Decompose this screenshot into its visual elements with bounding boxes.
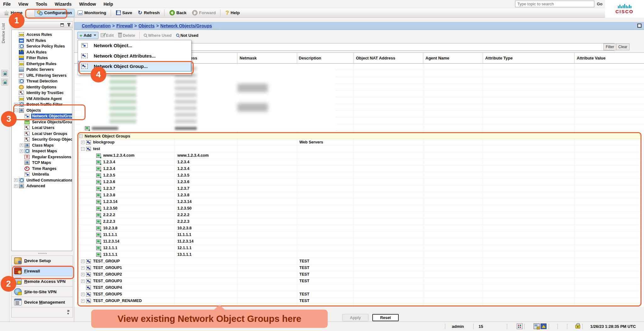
monitoring-button[interactable]: Monitoring: [75, 9, 109, 17]
nav-overflow-bar[interactable]: » ▾: [11, 307, 73, 317]
tree-item[interactable]: Class Maps: [12, 143, 72, 149]
tree-expand-toggle[interactable]: [14, 178, 18, 182]
add-menu-item[interactable]: Network Object Attributes...: [78, 51, 191, 61]
tree-expand-toggle[interactable]: [14, 109, 18, 112]
menu-item[interactable]: Help: [100, 0, 117, 8]
tree-item[interactable]: VM Attribute Agent: [12, 96, 72, 102]
tree-item[interactable]: Network Objects/Groups: [12, 113, 72, 119]
object-row[interactable]: 1.2.3.5 1.2.3.5: [77, 172, 641, 179]
object-row[interactable]: blockgroup Web Servers: [77, 139, 641, 146]
column-header-object-nat-address[interactable]: Object NAT Address: [356, 56, 395, 60]
object-row[interactable]: 10.2.3.8 10.2.3.8: [77, 225, 641, 232]
maximize-panel-icon[interactable]: [637, 24, 641, 28]
forward-button[interactable]: Forward: [190, 9, 218, 17]
object-row[interactable]: TEST_GROUP_RENAMED TEST: [77, 298, 641, 304]
unsaved-changes-icon[interactable]: [541, 323, 547, 329]
tree-item[interactable]: TCP Maps: [12, 160, 72, 166]
object-row[interactable]: TEST_GROUP TEST: [77, 258, 641, 265]
object-row[interactable]: 1.2.3.14 1.2.3.14: [77, 199, 641, 205]
feature-nav-button[interactable]: Remote Access VPN: [11, 276, 73, 287]
tree-item[interactable]: Service Objects/Groups: [12, 119, 72, 125]
tree-item[interactable]: URL Filtering Servers: [12, 73, 72, 79]
breadcrumb-link[interactable]: Network Objects/Groups: [160, 23, 212, 28]
breadcrumb-link[interactable]: Firewall: [116, 23, 133, 28]
tree-item[interactable]: Local Users: [12, 125, 72, 131]
feature-nav-button[interactable]: Device Setup: [11, 255, 73, 266]
tree-item[interactable]: NAT Rules: [12, 38, 72, 44]
object-row[interactable]: 2.2.2.3 2.2.2.3: [77, 218, 641, 225]
object-row[interactable]: TEST_GROUP3 TEST: [77, 278, 641, 284]
row-expand-toggle[interactable]: [81, 147, 85, 151]
column-header-netmask[interactable]: Netmask: [240, 56, 257, 60]
refresh-button[interactable]: ↻ Refresh: [135, 9, 162, 17]
tree-item[interactable]: Local User Groups: [12, 131, 72, 137]
tree-item[interactable]: Service Policy Rules: [12, 43, 72, 49]
object-row[interactable]: 11.2.3.14 11.2.3.14: [77, 238, 641, 245]
configuration-button[interactable]: Configuration: [35, 9, 75, 17]
back-button[interactable]: Back: [167, 9, 189, 17]
column-header-attribute-type[interactable]: Attribute Type: [485, 56, 513, 60]
menu-item[interactable]: Window: [75, 0, 100, 8]
breadcrumb-link[interactable]: Configuration: [82, 23, 111, 28]
reset-button[interactable]: Reset: [372, 314, 399, 321]
tree-item[interactable]: Security Group Object Groups: [12, 137, 72, 143]
row-expand-toggle[interactable]: [81, 279, 85, 283]
object-row[interactable]: test: [77, 146, 641, 152]
help-button[interactable]: ? Help: [223, 9, 242, 17]
object-row[interactable]: 1.2.3.7 1.2.3.7: [77, 185, 641, 192]
tree-item[interactable]: Access Rules: [12, 32, 72, 38]
search-go-button[interactable]: Go: [597, 2, 602, 6]
clear-button[interactable]: Clear: [616, 43, 630, 50]
device-list-view-button-2[interactable]: [1, 79, 8, 86]
object-row[interactable]: 11.1.1.1 11.1.1.1: [77, 232, 641, 238]
row-expand-toggle[interactable]: [81, 293, 85, 296]
menu-item[interactable]: Tools: [32, 0, 51, 8]
tree-expand-toggle[interactable]: [20, 143, 23, 147]
column-header-attribute-value[interactable]: Attribute Value: [577, 56, 606, 60]
add-button[interactable]: + Add: [77, 32, 98, 39]
float-panel-icon[interactable]: [60, 23, 64, 26]
object-row[interactable]: 1.2.3.8 1.2.3.8: [77, 192, 641, 199]
device-list-tab[interactable]: Device List: [1, 23, 6, 43]
section-header-row[interactable]: Network Object Groups: [77, 133, 641, 139]
edit-button[interactable]: Edit: [98, 32, 116, 39]
tree-item[interactable]: Regular Expressions: [12, 154, 72, 160]
menu-item[interactable]: View: [14, 0, 32, 8]
tree-item[interactable]: Objects: [12, 108, 72, 114]
row-expand-toggle[interactable]: [81, 141, 85, 144]
object-row[interactable]: TEST_GROUP2 TEST: [77, 271, 641, 278]
feature-nav-button[interactable]: Device Management: [11, 297, 73, 307]
filter-button[interactable]: Filter: [603, 43, 616, 50]
tree-expand-toggle[interactable]: [14, 103, 18, 106]
menu-item[interactable]: Wizards: [51, 0, 75, 8]
save-button[interactable]: Save: [114, 9, 135, 17]
tree-item[interactable]: Ethertype Rules: [12, 61, 72, 67]
feature-nav-button[interactable]: Site-to-Site VPN: [11, 287, 73, 297]
object-row[interactable]: TEST_GROUP4: [77, 284, 641, 291]
column-header-agent-name[interactable]: Agent Name: [425, 56, 449, 60]
object-row[interactable]: TEST_GROUP5 TEST: [77, 291, 641, 298]
menu-item[interactable]: File: [0, 0, 14, 8]
device-list-view-button[interactable]: [1, 70, 8, 77]
tree-expand-toggle[interactable]: [14, 184, 18, 188]
object-row[interactable]: 1.2.3.4 1.2.3.4: [77, 166, 641, 172]
apply-button[interactable]: Apply: [342, 314, 369, 321]
tree-item[interactable]: Unified Communications: [12, 177, 72, 183]
tree-item[interactable]: Identity by TrustSec: [12, 90, 72, 96]
object-row[interactable]: 12.1.1.1 12.1.1.1: [77, 245, 641, 251]
tree-item[interactable]: Threat Detection: [12, 78, 72, 84]
tree-item[interactable]: Identity Options: [12, 84, 72, 90]
tree-item[interactable]: Umbrella: [12, 171, 72, 177]
add-menu-item[interactable]: Network Object...: [78, 40, 191, 51]
save-config-icon[interactable]: [534, 323, 540, 329]
row-expand-toggle[interactable]: [81, 273, 85, 276]
delete-button[interactable]: Delete: [116, 32, 137, 39]
object-row[interactable]: TEST_GROUP1 TEST: [77, 265, 641, 271]
tree-item[interactable]: Filter Rules: [12, 55, 72, 61]
row-expand-toggle[interactable]: [81, 260, 85, 263]
tree-expand-toggle[interactable]: [20, 149, 23, 153]
object-row[interactable]: 2.2.2.2 2.2.2.2: [77, 212, 641, 218]
object-row[interactable]: 1.2.3.50 1.2.3.50: [77, 205, 641, 212]
tree-item[interactable]: Botnet Traffic Filter: [12, 102, 72, 108]
section-collapse-toggle[interactable]: [79, 134, 83, 138]
